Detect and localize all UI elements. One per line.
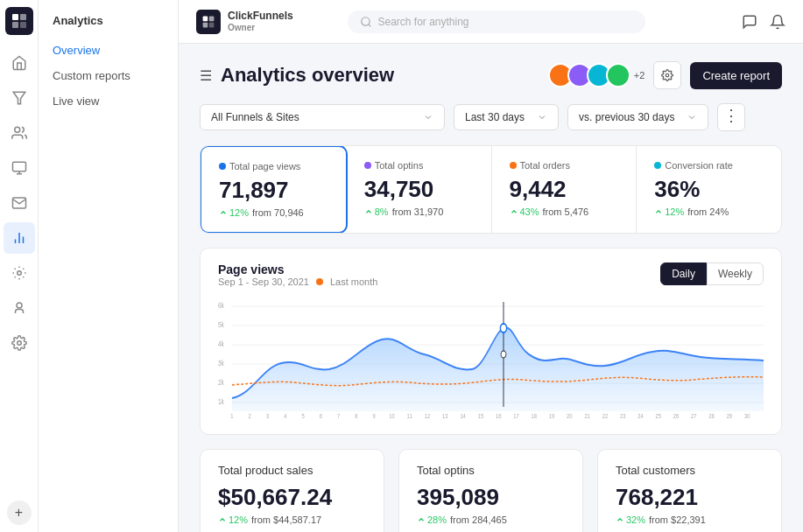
nav-contacts-icon[interactable] (4, 117, 35, 149)
bottom-card-sales: Total product sales $50,667.24 12% from … (200, 449, 384, 532)
svg-text:26: 26 (673, 412, 680, 419)
page-content: ☰ Analytics overview +2 Create report (179, 44, 803, 532)
chat-icon[interactable] (742, 14, 757, 30)
icon-bar: + (0, 0, 39, 532)
svg-text:17: 17 (513, 412, 519, 419)
page-header: ☰ Analytics overview +2 Create report (200, 61, 782, 89)
svg-text:30: 30 (744, 412, 750, 419)
svg-text:2k: 2k (218, 378, 224, 387)
arrow-up-conversion-icon (654, 207, 663, 216)
stat-value-pageviews: 71,897 (219, 177, 328, 204)
stat-up-conversion: 12% (654, 206, 684, 217)
stat-change-pageviews: 12% from 70,946 (219, 207, 328, 218)
sidebar-item-custom-reports[interactable]: Custom reports (39, 63, 178, 88)
svg-text:20: 20 (567, 412, 573, 419)
sales-value: $50,667.24 (218, 484, 366, 511)
brand-name: ClickFunnels (228, 10, 293, 22)
customers-arrow-up (616, 515, 624, 524)
svg-rect-17 (203, 22, 208, 27)
nav-users-icon[interactable] (4, 292, 35, 324)
svg-text:4k: 4k (218, 340, 224, 348)
sidebar-title: Analytics (39, 14, 178, 38)
app-logo (5, 7, 33, 35)
bottom-card-optins: Total optins 395,089 28% from 284,465 (398, 449, 583, 532)
stat-dot-optins (364, 162, 371, 169)
stat-dot-pageviews (219, 163, 226, 170)
nav-add-button[interactable]: + (7, 500, 32, 525)
svg-text:3: 3 (266, 412, 269, 419)
period-filter[interactable]: Last 30 days (454, 104, 559, 130)
nav-settings-icon[interactable] (4, 327, 35, 359)
period-filter-label: Last 30 days (465, 111, 525, 123)
page-header-left: ☰ Analytics overview (200, 64, 394, 87)
bottom-card-customers: Total customers 768,221 32% from $22,391 (597, 449, 782, 532)
svg-text:21: 21 (584, 412, 590, 419)
arrow-up-orders-icon (510, 207, 518, 216)
svg-text:2: 2 (249, 412, 251, 419)
stat-up-pageviews: 12% (219, 207, 249, 218)
funnel-filter-label: All Funnels & Sites (211, 111, 299, 123)
customers-change: 32% from $22,391 (616, 514, 764, 525)
sidebar-item-overview[interactable]: Overview (39, 38, 178, 63)
stat-card-optins: Total optins 34,750 8% from 31,970 (347, 146, 492, 233)
compare-filter-label: vs. previous 30 days (579, 111, 674, 123)
svg-point-14 (17, 341, 21, 346)
sidebar-item-live-view[interactable]: Live view (39, 88, 178, 114)
svg-text:8: 8 (355, 412, 357, 419)
svg-text:3k: 3k (218, 359, 224, 368)
nav-home-icon[interactable] (4, 47, 35, 79)
svg-text:10: 10 (389, 412, 395, 419)
compare-filter[interactable]: vs. previous 30 days (567, 104, 708, 130)
customers-title: Total customers (616, 464, 764, 477)
settings-button[interactable] (653, 61, 681, 89)
optins-change: 28% from 284,465 (417, 514, 565, 525)
nav-email-icon[interactable] (4, 187, 35, 219)
stats-row: Total page views 71,897 12% from 70,946 … (200, 145, 782, 234)
chart-tooltip-dot (500, 324, 506, 332)
stat-label-pageviews: Total page views (219, 161, 328, 172)
svg-text:5: 5 (301, 412, 304, 419)
nav-automation-icon[interactable] (4, 257, 35, 289)
search-bar[interactable]: Search for anything (348, 10, 645, 33)
nav-products-icon[interactable] (4, 152, 35, 184)
svg-rect-0 (12, 14, 18, 20)
stat-change-optins: 8% from 31,970 (364, 206, 474, 217)
hamburger-icon[interactable]: ☰ (200, 67, 212, 84)
funnel-filter[interactable]: All Funnels & Sites (200, 104, 445, 130)
sales-up-icon: 12% (218, 514, 248, 525)
svg-text:16: 16 (496, 412, 502, 419)
chart-svg: 6k 5k 4k 3k 2k 1k (218, 298, 764, 420)
chart-intersection-dot (501, 351, 506, 358)
main-content: ClickFunnels Owner Search for anything ☰… (179, 0, 803, 532)
create-report-button[interactable]: Create report (690, 62, 782, 89)
toggle-weekly-button[interactable]: Weekly (707, 262, 764, 285)
chart-title: Page views (218, 262, 377, 276)
svg-text:5k: 5k (218, 320, 224, 329)
svg-text:9: 9 (373, 412, 376, 419)
stat-label-conversion: Conversion rate (654, 160, 764, 171)
svg-rect-15 (203, 16, 208, 21)
svg-point-13 (17, 303, 22, 308)
more-filters-button[interactable]: ⋮ (717, 103, 745, 131)
stat-up-orders: 43% (510, 206, 539, 217)
customers-value: 768,221 (616, 484, 764, 511)
svg-text:19: 19 (549, 412, 555, 419)
stat-card-pageviews: Total page views 71,897 12% from 70,946 (200, 145, 348, 234)
svg-marker-4 (13, 92, 25, 104)
stat-card-conversion: Conversion rate 36% 12% from 24% (637, 146, 781, 233)
bell-icon[interactable] (770, 14, 785, 30)
search-icon (360, 16, 372, 28)
stat-change-orders: 43% from 5,476 (510, 206, 619, 217)
optins-up-icon: 28% (417, 514, 447, 525)
toggle-daily-button[interactable]: Daily (660, 262, 707, 285)
stat-label-orders: Total orders (510, 160, 619, 171)
funnel-dropdown-icon (423, 112, 433, 122)
stat-value-conversion: 36% (654, 176, 764, 203)
nav-analytics-icon[interactable] (4, 222, 35, 254)
chart-area (232, 327, 764, 411)
nav-funnel-icon[interactable] (4, 82, 35, 114)
chart-legend-dot (316, 278, 323, 285)
svg-text:28: 28 (708, 412, 715, 419)
svg-text:6: 6 (320, 412, 322, 419)
chart-subtitle: Sep 1 - Sep 30, 2021 Last month (218, 276, 377, 287)
